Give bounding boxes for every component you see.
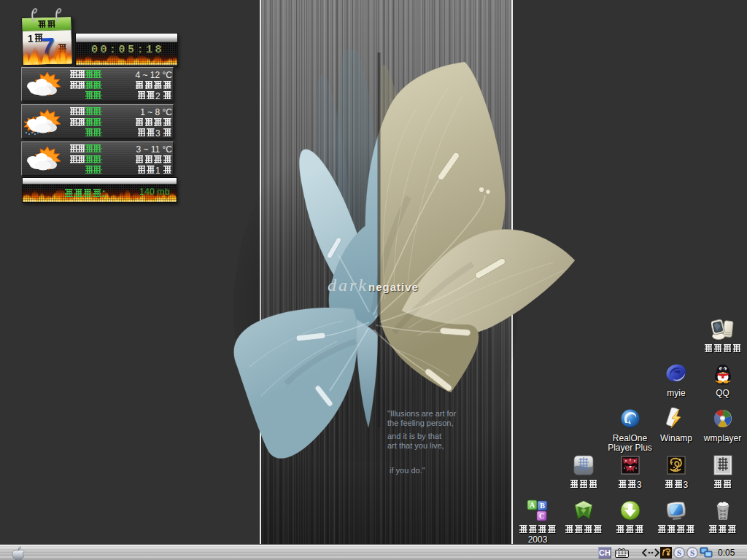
svg-text:S: S — [690, 548, 694, 557]
svg-text:S: S — [677, 548, 681, 557]
svg-text:A: A — [530, 501, 535, 509]
svg-text:B: B — [540, 502, 545, 510]
svg-text:C: C — [539, 512, 544, 520]
